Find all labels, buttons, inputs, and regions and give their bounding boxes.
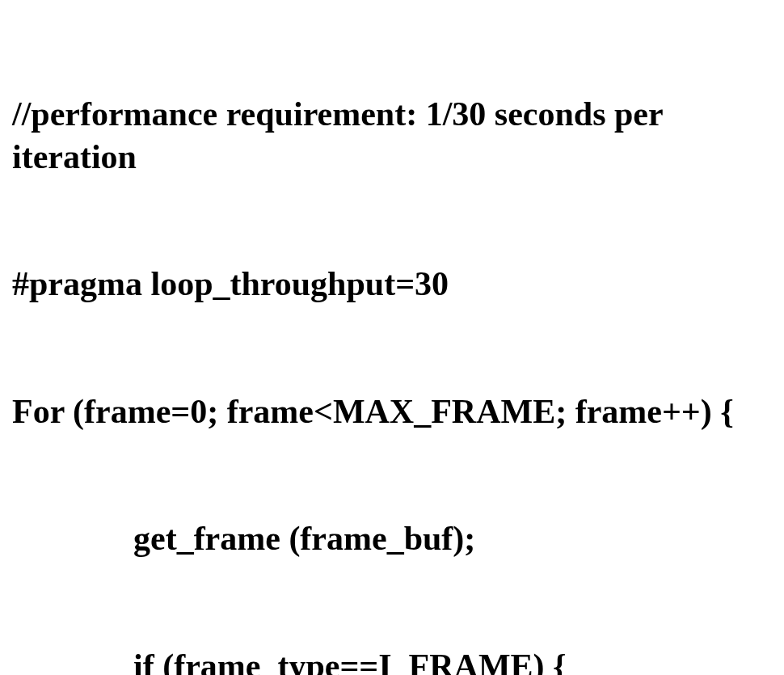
code-line-getframe: get_frame (frame_buf); <box>12 517 772 560</box>
code-line-comment: //performance requirement: 1/30 seconds … <box>12 93 772 178</box>
code-line-if: if (frame_type==I_FRAME) { <box>12 645 772 676</box>
code-line-pragma: #pragma loop_throughput=30 <box>12 263 772 306</box>
code-line-for: For (frame=0; frame<MAX_FRAME; frame++) … <box>12 390 772 433</box>
code-snippet: //performance requirement: 1/30 seconds … <box>12 8 772 675</box>
